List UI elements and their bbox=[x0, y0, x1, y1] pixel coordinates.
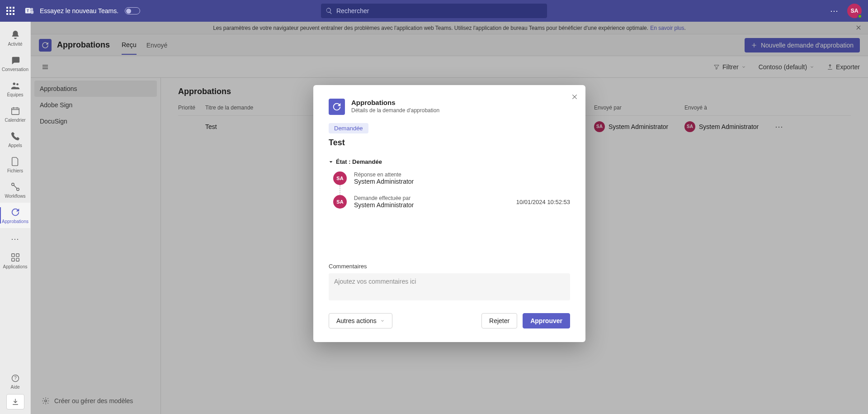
caret-down-icon bbox=[329, 160, 333, 164]
svg-text:?: ? bbox=[14, 376, 17, 381]
comments-label: Commentaires bbox=[329, 263, 570, 270]
svg-text:T: T bbox=[27, 9, 29, 13]
teams-logo-icon: T bbox=[24, 6, 34, 16]
app-launcher-icon[interactable] bbox=[6, 7, 14, 15]
phone-icon bbox=[10, 131, 20, 141]
more-icon: ⋯ bbox=[11, 234, 20, 244]
modal-close-button[interactable] bbox=[571, 93, 578, 102]
modal-subtitle: Détails de la demande d'approbation bbox=[351, 107, 439, 114]
workflow-icon bbox=[10, 182, 20, 192]
rail-more[interactable]: ⋯ bbox=[0, 230, 30, 248]
file-icon bbox=[10, 157, 20, 167]
rail-teams[interactable]: Équipes bbox=[0, 76, 30, 101]
avatar-icon: SA bbox=[333, 195, 347, 209]
approve-button[interactable]: Approuver bbox=[523, 313, 570, 328]
modal-app-icon bbox=[329, 99, 345, 115]
chevron-down-icon bbox=[380, 319, 385, 323]
pending-label: Réponse en attente bbox=[354, 171, 414, 178]
download-desktop-button[interactable] bbox=[6, 394, 24, 409]
approve-label: Approuver bbox=[530, 317, 562, 324]
state-row[interactable]: État : Demandée bbox=[329, 158, 570, 165]
reject-label: Rejeter bbox=[489, 317, 509, 324]
presence-indicator bbox=[858, 14, 862, 19]
svg-point-1 bbox=[31, 8, 33, 10]
state-label: État : Demandée bbox=[336, 158, 382, 165]
top-bar: T Essayez le nouveau Teams. Rechercher ⋯… bbox=[0, 0, 868, 22]
search-placeholder: Rechercher bbox=[336, 7, 369, 14]
pending-person: System Administrator bbox=[354, 178, 414, 185]
status-badge: Demandée bbox=[329, 123, 368, 133]
rail-chat[interactable]: Conversation bbox=[0, 51, 30, 76]
rail-label: Applications bbox=[3, 264, 28, 269]
search-icon bbox=[326, 7, 333, 14]
modal-overlay: Approbations Détails de la demande d'app… bbox=[31, 22, 868, 414]
svg-rect-6 bbox=[11, 108, 19, 114]
comments-input[interactable] bbox=[329, 273, 570, 300]
approvals-icon bbox=[10, 207, 20, 217]
apps-icon bbox=[10, 252, 20, 262]
avatar-initials: SA bbox=[851, 8, 859, 14]
rail-label: Fichiers bbox=[7, 168, 23, 173]
rail-label: Aide bbox=[10, 385, 19, 390]
try-new-teams-label: Essayez le nouveau Teams. bbox=[40, 7, 118, 14]
rail-workflows[interactable]: Workflows bbox=[0, 177, 30, 203]
search-box[interactable]: Rechercher bbox=[321, 4, 547, 18]
svg-rect-2 bbox=[31, 10, 33, 14]
approval-details-modal: Approbations Détails de la demande d'app… bbox=[313, 85, 585, 342]
modal-actions: Autres actions Rejeter Approuver bbox=[329, 313, 570, 328]
timeline-item-requested: SA Demande effectuée par System Administ… bbox=[329, 195, 570, 209]
profile-avatar[interactable]: SA bbox=[847, 4, 862, 18]
rail-calendar[interactable]: Calendrier bbox=[0, 101, 30, 127]
rail-label: Activité bbox=[8, 42, 22, 47]
svg-point-4 bbox=[13, 82, 15, 85]
requested-label: Demande effectuée par bbox=[354, 195, 414, 201]
rail-apps[interactable]: Applications bbox=[0, 248, 30, 273]
rail-label: Appels bbox=[8, 143, 22, 148]
requested-person: System Administrator bbox=[354, 201, 414, 209]
reject-button[interactable]: Rejeter bbox=[481, 313, 517, 328]
try-new-teams-toggle[interactable] bbox=[125, 7, 140, 14]
rail-label: Workflows bbox=[5, 194, 26, 199]
other-actions-label: Autres actions bbox=[336, 317, 377, 324]
rail-label: Approbations bbox=[2, 219, 28, 224]
timeline-item-pending: SA Réponse en attente System Administrat… bbox=[329, 171, 570, 185]
rail-label: Calendrier bbox=[5, 118, 25, 123]
bell-icon bbox=[10, 30, 20, 40]
requested-time: 10/01/2024 10:52:53 bbox=[516, 199, 570, 205]
people-icon bbox=[10, 81, 20, 90]
other-actions-button[interactable]: Autres actions bbox=[329, 313, 392, 328]
close-icon bbox=[571, 93, 578, 100]
svg-rect-9 bbox=[11, 253, 14, 256]
calendar-icon bbox=[10, 106, 20, 116]
approval-timeline: SA Réponse en attente System Administrat… bbox=[329, 171, 570, 209]
svg-rect-10 bbox=[16, 253, 19, 256]
rail-files[interactable]: Fichiers bbox=[0, 152, 30, 177]
help-icon: ? bbox=[11, 374, 20, 383]
left-nav-rail: Activité Conversation Équipes Calendrier… bbox=[0, 22, 31, 414]
download-icon bbox=[12, 398, 19, 405]
settings-more-icon[interactable]: ⋯ bbox=[830, 6, 839, 16]
svg-rect-12 bbox=[16, 258, 19, 261]
chat-icon bbox=[10, 55, 20, 65]
rail-label: Équipes bbox=[7, 92, 23, 97]
rail-help[interactable]: ? Aide bbox=[0, 369, 30, 394]
request-title: Test bbox=[329, 138, 570, 148]
rail-activity[interactable]: Activité bbox=[0, 25, 30, 51]
rail-label: Conversation bbox=[2, 67, 28, 72]
rail-calls[interactable]: Appels bbox=[0, 127, 30, 152]
avatar-icon: SA bbox=[333, 171, 347, 185]
svg-rect-11 bbox=[11, 258, 14, 261]
modal-title: Approbations bbox=[351, 99, 439, 106]
rail-approvals[interactable]: Approbations bbox=[0, 203, 30, 228]
svg-point-5 bbox=[16, 83, 19, 85]
